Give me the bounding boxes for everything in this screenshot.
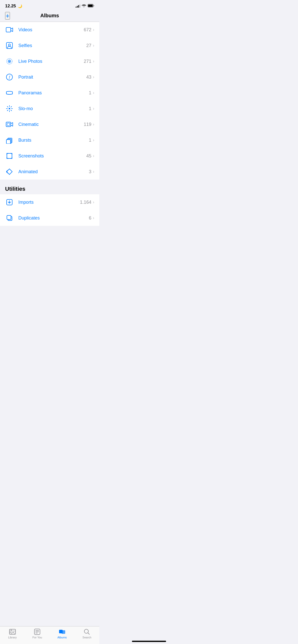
utilities-section-header: Utilities — [0, 180, 99, 194]
cinematic-chevron: › — [93, 122, 94, 127]
svg-line-16 — [11, 110, 12, 111]
slomo-icon — [5, 104, 14, 113]
list-item-imports[interactable]: Imports 1.164 › — [0, 194, 99, 210]
list-item-cinematic[interactable]: Cinematic 119 › — [0, 116, 99, 132]
utilities-title: Utilities — [5, 186, 25, 192]
moon-icon: 🌙 — [18, 4, 22, 8]
list-item-bursts[interactable]: Bursts 1 › — [0, 132, 99, 148]
panoramas-chevron: › — [93, 91, 94, 95]
cinematic-icon — [5, 120, 14, 129]
bursts-label: Bursts — [18, 138, 89, 143]
page-header: + Albums — [0, 11, 99, 22]
animated-label: Animated — [18, 169, 89, 174]
screenshots-icon — [5, 152, 14, 160]
selfies-chevron: › — [93, 43, 94, 48]
svg-point-10 — [9, 108, 10, 109]
svg-line-18 — [7, 110, 8, 111]
portrait-label: Portrait — [18, 75, 86, 80]
cinematic-count: 119 — [84, 122, 91, 127]
svg-text:f: f — [9, 75, 10, 79]
duplicates-chevron: › — [93, 216, 94, 220]
wifi-icon — [82, 4, 86, 8]
imports-count: 1.164 — [80, 200, 91, 205]
status-time: 12.25 — [5, 4, 16, 9]
animated-count: 3 — [89, 169, 91, 174]
list-item-panoramas[interactable]: Panoramas 1 › — [0, 85, 99, 101]
svg-line-17 — [11, 107, 12, 107]
list-item-slomo[interactable]: Slo-mo 1 › — [0, 101, 99, 116]
selfies-label: Selfies — [18, 43, 86, 48]
list-item-duplicates[interactable]: Duplicates 6 › — [0, 210, 99, 226]
media-types-list: Videos 672 › Selfies 27 › — [0, 22, 99, 180]
animated-chevron: › — [93, 169, 94, 174]
selfie-icon — [5, 41, 14, 50]
videos-count: 672 — [84, 27, 91, 33]
duplicates-label: Duplicates — [18, 215, 89, 221]
slomo-count: 1 — [89, 106, 91, 111]
status-bar: 12.25 🌙 — [0, 0, 99, 11]
portrait-icon: f — [5, 73, 14, 81]
slomo-chevron: › — [93, 106, 94, 111]
imports-icon — [5, 198, 14, 207]
portrait-chevron: › — [93, 75, 94, 79]
imports-label: Imports — [18, 200, 80, 205]
screenshots-count: 45 — [86, 153, 91, 159]
screenshots-chevron: › — [93, 154, 94, 158]
svg-rect-24 — [7, 153, 12, 158]
content-area: Videos 672 › Selfies 27 › — [0, 22, 99, 249]
screenshots-label: Screenshots — [18, 153, 86, 159]
slomo-label: Slo-mo — [18, 106, 89, 111]
page-title: Albums — [40, 13, 59, 19]
svg-rect-19 — [6, 122, 11, 127]
videos-chevron: › — [93, 27, 94, 32]
duplicates-icon — [5, 214, 14, 222]
videos-label: Videos — [18, 27, 84, 33]
svg-rect-2 — [6, 27, 11, 32]
live-photos-count: 271 — [84, 59, 91, 64]
bursts-count: 1 — [89, 138, 91, 143]
live-photos-chevron: › — [93, 59, 94, 64]
cinematic-label: Cinematic — [18, 122, 84, 127]
selfies-count: 27 — [86, 43, 91, 48]
add-album-button[interactable]: + — [5, 12, 10, 20]
panoramas-count: 1 — [89, 90, 91, 96]
list-item-live-photos[interactable]: Live Photos 271 › — [0, 53, 99, 69]
animated-icon — [5, 167, 14, 176]
list-item-videos[interactable]: Videos 672 › — [0, 22, 99, 38]
battery-icon — [88, 4, 94, 8]
list-item-portrait[interactable]: f Portrait 43 › — [0, 69, 99, 85]
live-photos-label: Live Photos — [18, 59, 84, 64]
list-item-selfies[interactable]: Selfies 27 › — [0, 38, 99, 53]
video-icon — [5, 25, 14, 34]
svg-rect-27 — [7, 215, 11, 219]
panorama-icon — [5, 89, 14, 97]
signal-icon — [76, 5, 80, 8]
svg-rect-20 — [7, 123, 10, 126]
portrait-count: 43 — [86, 75, 91, 80]
bursts-icon — [5, 136, 14, 144]
svg-point-6 — [9, 61, 10, 62]
status-icons — [76, 4, 94, 8]
imports-chevron: › — [93, 200, 94, 204]
bursts-chevron: › — [93, 138, 94, 142]
svg-rect-1 — [88, 5, 93, 7]
list-item-screenshots[interactable]: Screenshots 45 › — [0, 148, 99, 164]
utilities-list: Imports 1.164 › Duplicates 6 › — [0, 194, 99, 226]
panoramas-label: Panoramas — [18, 90, 89, 96]
svg-line-15 — [7, 107, 8, 107]
svg-rect-23 — [6, 140, 10, 144]
duplicates-count: 6 — [89, 215, 91, 221]
svg-point-4 — [8, 44, 10, 46]
list-item-animated[interactable]: Animated 3 › — [0, 164, 99, 180]
live-photos-icon — [5, 57, 14, 66]
